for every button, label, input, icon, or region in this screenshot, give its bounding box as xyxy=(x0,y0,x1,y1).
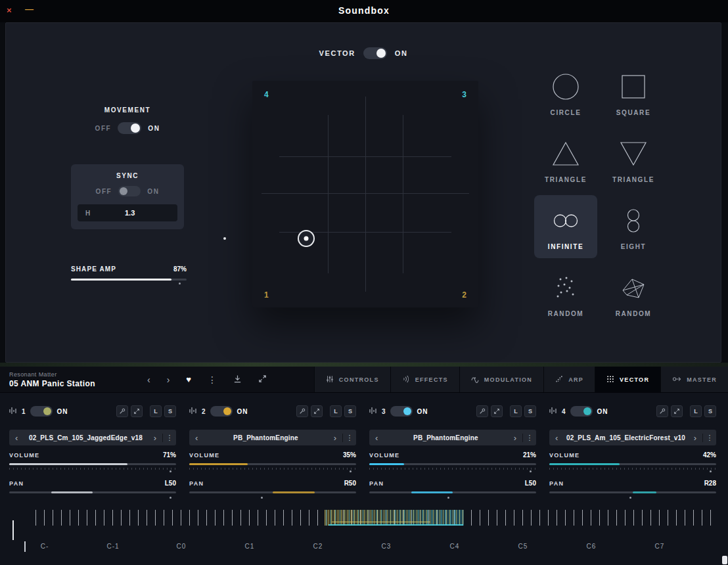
sample-menu-icon[interactable]: ⋮ xyxy=(342,434,356,442)
volume-slider[interactable] xyxy=(9,463,176,465)
pan-slider[interactable] xyxy=(549,491,716,493)
sync-card: SYNC OFF ON H 1.3 xyxy=(71,164,184,229)
chevron-left-icon[interactable]: ‹ xyxy=(369,434,384,442)
pan-slider[interactable] xyxy=(369,491,536,493)
expand-channel-button[interactable] xyxy=(491,405,503,417)
shape-label: INFINITE xyxy=(548,243,583,250)
shape-eight[interactable]: EIGHT xyxy=(602,195,665,258)
movement-trail-dot xyxy=(223,237,226,240)
shape-infinite[interactable]: INFINITE xyxy=(534,195,597,258)
channel-toggle[interactable] xyxy=(30,406,53,417)
expand-channel-button[interactable] xyxy=(671,405,683,417)
shape-circle[interactable]: CIRCLE xyxy=(534,61,597,124)
chevron-left-icon[interactable]: ‹ xyxy=(549,434,564,442)
xy-puck[interactable] xyxy=(298,230,315,247)
chevron-right-icon[interactable]: › xyxy=(148,434,162,442)
volume-fill xyxy=(189,463,248,465)
shape-amp-slider[interactable] xyxy=(71,279,187,281)
solo-button[interactable]: S xyxy=(524,405,536,417)
sample-menu-icon[interactable]: ⋮ xyxy=(702,434,716,442)
expand-channel-button[interactable] xyxy=(131,405,143,417)
shape-triangle-up[interactable]: TRIANGLE xyxy=(534,128,597,191)
left-controls: MOVEMENT OFF ON SYNC OFF ON H 1.3 xyxy=(71,106,184,229)
sample-menu-icon[interactable]: ⋮ xyxy=(162,434,176,442)
favorite-icon[interactable]: ♥ xyxy=(186,375,191,384)
shape-random-poly[interactable]: RANDOM xyxy=(602,262,665,325)
channel-toggle[interactable] xyxy=(210,406,233,417)
chevron-right-icon[interactable]: › xyxy=(688,434,702,442)
tune-wrench-button[interactable] xyxy=(656,405,668,417)
pan-slider[interactable] xyxy=(189,491,356,493)
tab-effects[interactable]: EFFECTS xyxy=(390,367,459,392)
volume-fill xyxy=(549,463,620,465)
sample-selector[interactable]: ‹ PB_PhantomEngine › ⋮ xyxy=(369,430,536,445)
volume-label: VOLUME xyxy=(9,452,39,459)
grid-line xyxy=(403,115,403,274)
shape-amp-marker xyxy=(179,282,181,284)
tab-vector[interactable]: VECTOR xyxy=(595,367,660,392)
sync-rate-field[interactable]: H 1.3 xyxy=(78,204,177,221)
volume-slider[interactable] xyxy=(549,463,716,465)
tune-wrench-button[interactable] xyxy=(116,405,128,417)
link-button[interactable]: L xyxy=(510,405,522,417)
octave-label: C- xyxy=(11,543,79,550)
header-bar: Resonant Matter 05 ANM Panic Station ‹ ›… xyxy=(0,367,728,393)
chevron-right-icon[interactable]: › xyxy=(328,434,342,442)
sample-name: PB_PhantomEngine xyxy=(384,434,507,441)
volume-fill xyxy=(369,463,404,465)
solo-button[interactable]: S xyxy=(704,405,716,417)
sample-selector[interactable]: ‹ PB_PhantomEngine › ⋮ xyxy=(189,430,356,445)
tab-modulation[interactable]: MODULATION xyxy=(459,367,543,392)
volume-value: 35% xyxy=(343,451,356,459)
pan-marker-dot xyxy=(170,497,171,499)
chevron-right-icon[interactable]: › xyxy=(508,434,522,442)
link-button[interactable]: L xyxy=(150,405,162,417)
chevron-left-icon[interactable]: ‹ xyxy=(9,434,24,442)
download-icon[interactable] xyxy=(233,374,242,384)
tune-wrench-button[interactable] xyxy=(296,405,308,417)
kebab-menu-icon[interactable]: ⋮ xyxy=(208,375,217,384)
tab-arp[interactable]: ARP xyxy=(543,367,595,392)
link-button[interactable]: L xyxy=(690,405,702,417)
movement-toggle-row: OFF ON xyxy=(71,122,184,134)
sync-toggle[interactable] xyxy=(118,186,141,196)
channel-toggle[interactable] xyxy=(570,406,593,417)
tune-wrench-button[interactable] xyxy=(476,405,488,417)
movement-toggle[interactable] xyxy=(118,122,141,134)
vector-toggle[interactable] xyxy=(363,47,387,59)
channel-toggle[interactable] xyxy=(390,406,413,417)
volume-slider[interactable] xyxy=(369,463,536,465)
shape-label: RANDOM xyxy=(548,310,584,317)
next-preset-button[interactable]: › xyxy=(167,375,170,384)
solo-button[interactable]: S xyxy=(164,405,176,417)
keyboard-cursor[interactable] xyxy=(12,520,14,540)
shape-amp-fill xyxy=(71,279,171,281)
channel-buttons: L S xyxy=(296,405,356,417)
tab-controls[interactable]: CONTROLS xyxy=(314,367,390,392)
solo-button[interactable]: S xyxy=(344,405,356,417)
scrollbar-thumb[interactable] xyxy=(722,556,727,564)
channel-number: 3 xyxy=(382,408,386,415)
pan-value: R50 xyxy=(344,480,356,487)
pan-fill xyxy=(633,491,656,493)
link-button[interactable]: L xyxy=(330,405,342,417)
pan-slider[interactable] xyxy=(9,491,176,493)
expand-icon[interactable] xyxy=(258,374,267,384)
shape-square[interactable]: SQUARE xyxy=(602,61,665,124)
tab-master[interactable]: MASTER xyxy=(660,367,728,392)
sample-selector[interactable]: ‹ 02_PLS_Am_105_ElectricForest_v10 › ⋮ xyxy=(549,430,716,445)
range-highlight-cyan xyxy=(329,524,463,526)
keyboard-ruler[interactable]: C- C-1 C0 C1 C2 C3 C4 C5 C6 C7 xyxy=(0,506,728,565)
chevron-left-icon[interactable]: ‹ xyxy=(189,434,204,442)
preset-name: 05 ANM Panic Station xyxy=(9,379,141,388)
shape-triangle-down[interactable]: TRIANGLE xyxy=(602,128,665,191)
prev-preset-button[interactable]: ‹ xyxy=(147,375,150,384)
vector-grid-icon xyxy=(606,375,614,384)
shape-random-dots[interactable]: RANDOM xyxy=(534,262,597,325)
shape-label: TRIANGLE xyxy=(545,176,587,183)
sample-menu-icon[interactable]: ⋮ xyxy=(522,434,536,442)
xy-pad[interactable]: 4 3 1 2 xyxy=(252,81,478,307)
expand-channel-button[interactable] xyxy=(311,405,323,417)
sample-selector[interactable]: ‹ 02_PLS_Cm_105_JaggedEdge_v18 › ⋮ xyxy=(9,430,176,445)
volume-slider[interactable] xyxy=(189,463,356,465)
